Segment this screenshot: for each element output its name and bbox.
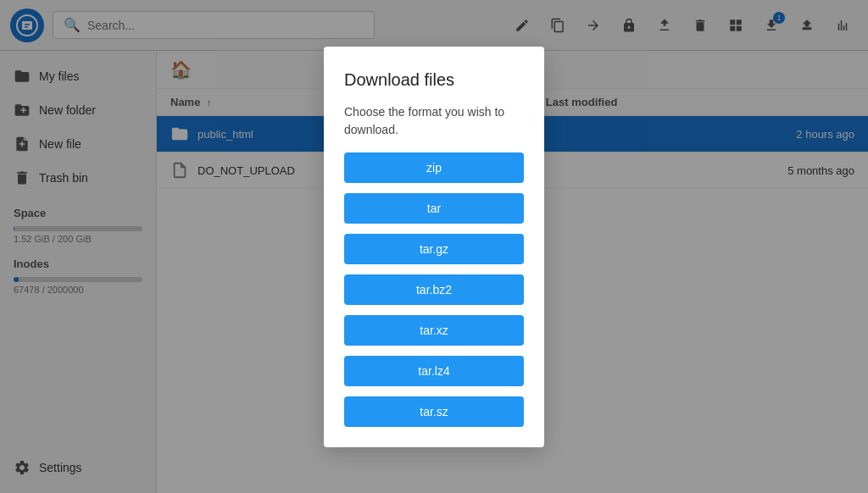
format-zip-button[interactable]: zip: [344, 152, 524, 183]
download-modal: Download files Choose the format you wis…: [324, 47, 544, 447]
modal-overlay[interactable]: Download files Choose the format you wis…: [0, 0, 868, 493]
format-tar-xz-button[interactable]: tar.xz: [344, 315, 524, 346]
format-tar-sz-button[interactable]: tar.sz: [344, 396, 524, 427]
format-tar-bz2-button[interactable]: tar.bz2: [344, 274, 524, 305]
modal-title: Download files: [344, 70, 524, 90]
format-tar-gz-button[interactable]: tar.gz: [344, 234, 524, 264]
modal-description: Choose the format you wish to download.: [344, 103, 524, 139]
format-tar-button[interactable]: tar: [344, 193, 524, 224]
format-tar-lz4-button[interactable]: tar.lz4: [344, 356, 524, 386]
